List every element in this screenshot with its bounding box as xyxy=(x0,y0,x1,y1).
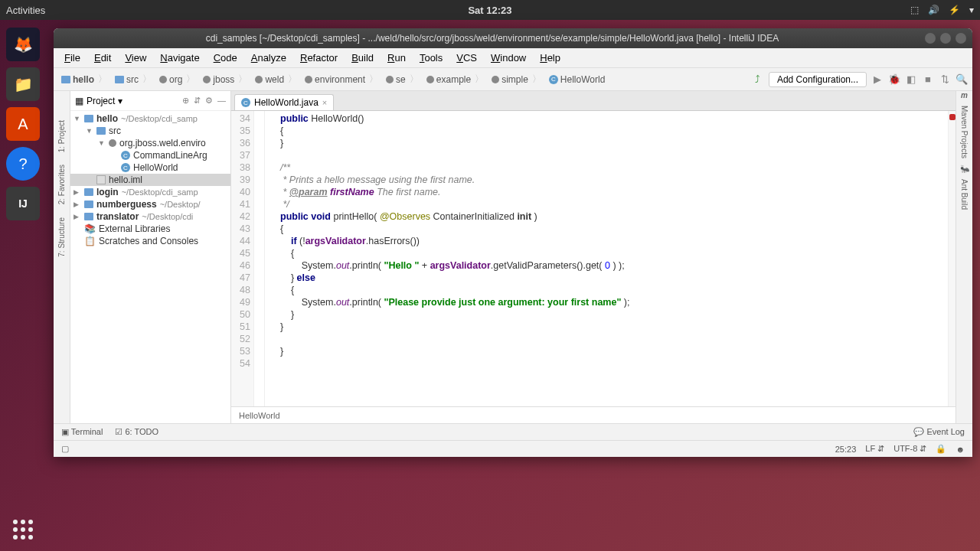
tool-tab-Maven-Projects[interactable]: Maven Projects xyxy=(959,99,970,165)
error-stripe[interactable] xyxy=(948,111,956,406)
code-editor[interactable]: 34 35 36 37 38 39 40 41 42 43 44 45 46 4… xyxy=(231,111,956,406)
eventlog-tab[interactable]: 💬 Event Log xyxy=(913,427,965,437)
show-applications[interactable] xyxy=(9,516,37,543)
menu-build[interactable]: Build xyxy=(345,51,380,65)
line-numbers: 34 35 36 37 38 39 40 41 42 43 44 45 46 4… xyxy=(231,111,254,406)
tree-item-translator[interactable]: ▶translator ~/Desktop/cdi xyxy=(70,210,230,223)
window-title: cdi_samples [~/Desktop/cdi_samples] - ..… xyxy=(60,33,925,44)
tab-label: HelloWorld.java xyxy=(254,97,318,108)
tree-item-External-Libraries[interactable]: 📚External Libraries xyxy=(70,223,230,235)
dock-intellij[interactable]: IJ xyxy=(6,187,40,220)
tool-tab-7-Structure[interactable]: 7: Structure xyxy=(56,211,67,263)
tree-item-numberguess[interactable]: ▶numberguess ~/Desktop/ xyxy=(70,198,230,210)
battery-icon[interactable]: ⚡ xyxy=(949,5,960,15)
menu-help[interactable]: Help xyxy=(534,51,567,65)
tree-item-org-jboss-weld-enviro[interactable]: ▼org.jboss.weld.enviro xyxy=(70,137,230,149)
locate-icon[interactable]: ⊕ xyxy=(182,96,189,106)
menu-file[interactable]: File xyxy=(58,51,87,65)
maximize-button[interactable] xyxy=(940,33,951,44)
crumb-weld[interactable]: weld xyxy=(252,71,302,87)
network-icon[interactable]: ⬚ xyxy=(910,5,919,15)
bottom-toolbar: ▣ Terminal ☑ 6: TODO 💬 Event Log xyxy=(54,423,972,440)
crumb-simple[interactable]: simple xyxy=(488,71,546,87)
vcs-icon[interactable]: ⇅ xyxy=(939,73,951,86)
menu-window[interactable]: Window xyxy=(485,51,532,65)
file-encoding[interactable]: UTF-8 ⇵ xyxy=(893,444,926,454)
code-content[interactable]: public HelloWorld() { } /** * Prints a h… xyxy=(265,111,948,406)
crumb-org[interactable]: org xyxy=(156,71,200,87)
left-tool-strip: 1: Project2: Favorites7: Structure xyxy=(54,91,70,423)
intellij-window: cdi_samples [~/Desktop/cdi_samples] - ..… xyxy=(54,28,972,457)
gnome-topbar: Activities Sat 12:23 ⬚ 🔊 ⚡ ▾ xyxy=(0,0,980,20)
menu-vcs[interactable]: VCS xyxy=(450,51,483,65)
menu-view[interactable]: View xyxy=(119,51,152,65)
dock: 🦊 📁 A ? IJ xyxy=(0,20,46,551)
power-icon[interactable]: ▾ xyxy=(969,5,974,15)
editor-breadcrumb[interactable]: HelloWorld xyxy=(231,406,956,423)
editor-tab[interactable]: C HelloWorld.java × xyxy=(234,94,334,110)
debug-icon[interactable]: 🐞 xyxy=(888,73,900,86)
menu-refactor[interactable]: Refactor xyxy=(294,51,344,65)
project-tree[interactable]: ▼hello ~/Desktop/cdi_samp▼src▼org.jboss.… xyxy=(70,111,230,423)
breadcrumb: hellosrcorgjbossweldenvironmentseexample… xyxy=(58,71,613,87)
crumb-src[interactable]: src xyxy=(112,71,156,87)
collapse-icon[interactable]: ⇵ xyxy=(194,96,201,106)
terminal-tab[interactable]: ▣ Terminal xyxy=(61,427,103,437)
build-icon[interactable]: ⤴ xyxy=(752,73,764,86)
minimize-button[interactable] xyxy=(925,33,936,44)
dropdown-icon[interactable]: ▾ xyxy=(118,96,122,106)
status-icon[interactable]: ▢ xyxy=(61,444,69,454)
search-icon[interactable]: 🔍 xyxy=(956,73,968,86)
crumb-hello[interactable]: hello xyxy=(58,71,112,87)
menu-navigate[interactable]: Navigate xyxy=(154,51,205,65)
coverage-icon[interactable]: ◧ xyxy=(905,73,917,86)
stop-icon[interactable]: ■ xyxy=(922,73,934,86)
close-button[interactable] xyxy=(956,33,966,44)
tool-tab-1-Project[interactable]: 1: Project xyxy=(56,114,67,158)
tree-item-hello[interactable]: ▼hello ~/Desktop/cdi_samp xyxy=(70,112,230,125)
menu-analyze[interactable]: Analyze xyxy=(245,51,292,65)
fold-gutter[interactable] xyxy=(254,111,265,406)
dock-software[interactable]: A xyxy=(6,107,40,141)
crumb-se[interactable]: se xyxy=(383,71,423,87)
menu-run[interactable]: Run xyxy=(381,51,412,65)
menu-edit[interactable]: Edit xyxy=(88,51,117,65)
editor-area: C HelloWorld.java × 34 35 36 37 38 39 40… xyxy=(231,91,956,423)
crumb-HelloWorld[interactable]: CHelloWorld xyxy=(546,73,613,86)
clock[interactable]: Sat 12:23 xyxy=(468,5,511,16)
dock-help[interactable]: ? xyxy=(6,147,40,181)
cursor-position[interactable]: 25:23 xyxy=(835,445,857,454)
crumb-example[interactable]: example xyxy=(423,71,488,87)
dock-firefox[interactable]: 🦊 xyxy=(6,28,40,61)
tree-item-HelloWorld[interactable]: CHelloWorld xyxy=(70,161,230,174)
tree-item-login[interactable]: ▶login ~/Desktop/cdi_samp xyxy=(70,186,230,198)
tree-item-src[interactable]: ▼src xyxy=(70,125,230,137)
crumb-jboss[interactable]: jboss xyxy=(200,71,252,87)
menu-code[interactable]: Code xyxy=(207,51,243,65)
run-icon[interactable]: ▶ xyxy=(871,73,884,86)
titlebar[interactable]: cdi_samples [~/Desktop/cdi_samples] - ..… xyxy=(54,28,972,48)
crumb-environment[interactable]: environment xyxy=(302,71,383,87)
tool-tab-Ant-Build[interactable]: Ant Build xyxy=(959,173,970,216)
dock-files[interactable]: 📁 xyxy=(6,67,40,101)
tool-tab-2-Favorites[interactable]: 2: Favorites xyxy=(56,158,67,210)
project-panel-header: ▦ Project ▾ ⊕ ⇵ ⚙ — xyxy=(70,91,230,111)
tree-item-Scratches-and-Consoles[interactable]: 📋Scratches and Consoles xyxy=(70,235,230,247)
run-config-dropdown[interactable]: Add Configuration... xyxy=(769,72,867,87)
hector-icon[interactable]: ☻ xyxy=(956,445,965,454)
error-marker[interactable] xyxy=(949,114,956,120)
close-tab-icon[interactable]: × xyxy=(322,98,327,107)
readonly-icon[interactable]: 🔒 xyxy=(936,444,946,454)
menu-tools[interactable]: Tools xyxy=(413,51,449,65)
activities-button[interactable]: Activities xyxy=(6,5,45,16)
todo-tab[interactable]: ☑ 6: TODO xyxy=(115,427,158,437)
project-panel-title[interactable]: Project xyxy=(87,96,115,106)
nav-toolbar: hellosrcorgjbossweldenvironmentseexample… xyxy=(54,68,972,91)
project-icon: ▦ xyxy=(75,96,83,106)
gear-icon[interactable]: ⚙ xyxy=(205,96,213,106)
tree-item-hello-iml[interactable]: hello.iml xyxy=(70,174,230,186)
volume-icon[interactable]: 🔊 xyxy=(928,5,939,15)
line-separator[interactable]: LF ⇵ xyxy=(865,444,884,454)
tree-item-CommandLineArg[interactable]: CCommandLineArg xyxy=(70,149,230,161)
hide-icon[interactable]: — xyxy=(217,96,226,106)
